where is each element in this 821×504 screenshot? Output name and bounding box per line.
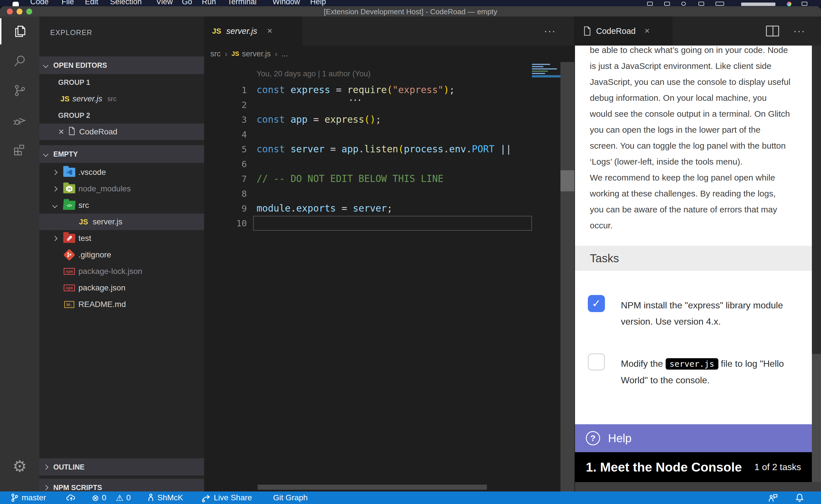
apple-menu-icon[interactable] <box>13 2 19 6</box>
breadcrumb-item[interactable]: server.js <box>242 50 271 58</box>
tree-item-packagejson[interactable]: npmpackage.json <box>39 280 204 296</box>
more-actions-icon[interactable]: ··· <box>793 17 805 46</box>
task-item[interactable]: ✓NPM install the "express" library modul… <box>588 295 783 330</box>
open-editors-group-label: GROUP 1 <box>39 74 204 91</box>
statusbar-live-share[interactable]: Live Share <box>201 491 252 504</box>
breadcrumb-separator: › <box>225 49 228 59</box>
code-editor[interactable]: You, 20 days ago | 1 author (You) 1const… <box>204 62 560 481</box>
step-header[interactable]: 1. Meet the Node Console 1 of 2 tasks <box>575 452 812 482</box>
test-tube-icon <box>66 235 72 241</box>
breadcrumb-item[interactable]: src <box>211 50 221 58</box>
statusbar-0[interactable]: ⚠0 <box>116 491 130 504</box>
code-line[interactable]: 7// -- DO NOT EDIT BELOW THIS LINE <box>204 171 560 186</box>
tree-item-test[interactable]: test <box>39 230 204 247</box>
editor-item-label: CodeRoad <box>79 127 117 136</box>
folder-section-header[interactable]: EMPTY <box>39 145 204 163</box>
task-checkbox[interactable]: ✓ <box>588 295 605 312</box>
section-header-outline[interactable]: OUTLINE <box>39 458 204 476</box>
code-line[interactable]: 8 <box>204 186 560 201</box>
horizontal-scrollbar[interactable] <box>258 485 487 490</box>
minimap[interactable] <box>532 64 560 77</box>
statusbar-label: 0 <box>102 493 106 502</box>
section-label: NPM SCRIPTS <box>53 483 102 492</box>
tree-item-src[interactable]: </>src <box>39 197 204 214</box>
activity-search[interactable] <box>0 46 39 76</box>
tree-item-vscode[interactable]: .vscode <box>39 164 204 181</box>
file-icon-slot <box>62 251 77 259</box>
code-line[interactable]: 2 <box>204 97 560 112</box>
chevron-down-icon <box>52 203 57 208</box>
menu-go[interactable]: Go <box>182 0 192 6</box>
minimap-slider[interactable] <box>532 75 560 77</box>
statusbar-feedback-icon[interactable] <box>768 491 778 504</box>
code-line[interactable]: 10 <box>204 216 560 231</box>
statusbar-cloud-upload[interactable] <box>66 491 76 504</box>
code-line[interactable]: 3const app = express(); <box>204 112 560 127</box>
git-icon <box>63 249 75 261</box>
menu-window[interactable]: Window <box>273 0 300 6</box>
menu-code[interactable]: Code <box>30 0 49 6</box>
task-checkbox[interactable] <box>588 353 605 370</box>
run-debug-icon <box>12 113 27 128</box>
tree-item-node_modules[interactable]: JSnode_modules <box>39 181 204 197</box>
activity-run-debug[interactable] <box>0 105 39 135</box>
chevron-right-icon <box>43 485 48 490</box>
open-editor-item[interactable]: ✕CodeRoad <box>39 124 204 140</box>
breadcrumb[interactable]: src›JSserver.js›... <box>204 46 574 62</box>
menu-edit[interactable]: Edit <box>85 0 98 6</box>
split-editor-icon[interactable] <box>766 26 779 36</box>
chevron-right-icon <box>52 186 57 191</box>
tree-item-label: src <box>78 201 89 210</box>
control-center-icon[interactable] <box>802 2 807 6</box>
open-editors-section-header[interactable]: OPEN EDITORS <box>39 56 204 74</box>
node-modules-folder-icon: JS <box>63 184 75 193</box>
task-item[interactable]: Modify the server.js file to log "Hello … <box>588 353 784 388</box>
close-editor-icon[interactable]: ✕ <box>58 128 64 136</box>
tab-coderoad[interactable]: CodeRoad ✕ <box>575 17 673 46</box>
settings-gear-icon[interactable]: ⚙ <box>0 458 39 474</box>
menu-file[interactable]: File <box>62 0 74 6</box>
help-section[interactable]: ? Help <box>575 424 812 452</box>
code-line[interactable]: 5const server = app.listen(process.env.P… <box>204 142 560 157</box>
tree-item-serverjs[interactable]: JSserver.js <box>39 214 204 230</box>
chevron-right-icon <box>43 464 48 470</box>
statusbar-master[interactable]: master <box>10 491 46 504</box>
close-tab-icon[interactable]: ✕ <box>267 27 273 35</box>
more-actions-icon[interactable]: ··· <box>544 17 556 46</box>
close-tab-icon[interactable]: ✕ <box>644 27 650 35</box>
tab-server-js[interactable]: JS server.js ✕ <box>204 17 302 46</box>
siri-icon[interactable] <box>787 2 791 6</box>
code-line[interactable]: 1const express = require("express"); <box>204 83 560 97</box>
tree-item-READMEmd[interactable]: M↓README.md <box>39 296 204 313</box>
tree-item-gitignore[interactable]: .gitignore <box>39 247 204 263</box>
tree-item-package-lockjson[interactable]: npmpackage-lock.json <box>39 263 204 280</box>
code-line[interactable]: 6 <box>204 157 560 171</box>
webview-scrollbar-track[interactable] <box>812 46 821 354</box>
extensions-icon <box>12 142 27 157</box>
section-header-npm-scripts[interactable]: NPM SCRIPTS <box>39 478 204 491</box>
menu-run[interactable]: Run <box>202 0 216 6</box>
step-title: 1. Meet the Node Console <box>586 460 742 475</box>
menu-terminal[interactable]: Terminal <box>228 0 257 6</box>
title-bar[interactable]: [Extension Development Host] - CodeRoad … <box>0 6 821 17</box>
activity-explorer[interactable] <box>0 17 39 46</box>
code-line[interactable]: 9module.exports = server; <box>204 201 560 216</box>
file-icon-slot <box>62 234 77 243</box>
panel-scrollbar[interactable] <box>560 62 574 491</box>
statusbar-0[interactable]: ⊗0 <box>92 491 106 504</box>
scrollbar-thumb[interactable] <box>560 170 574 191</box>
breadcrumb-item[interactable]: ... <box>281 50 288 58</box>
file-icon-slot <box>62 168 77 177</box>
line-number: 10 <box>204 216 247 231</box>
webview-scrollbar-thumb[interactable] <box>812 354 821 482</box>
activity-source-control[interactable] <box>0 76 39 105</box>
statusbar-git-graph[interactable]: Git Graph <box>273 491 308 504</box>
menu-help[interactable]: Help <box>310 0 326 6</box>
open-editor-item[interactable]: JSserver.jssrc <box>39 91 204 107</box>
menu-selection[interactable]: Selection <box>110 0 142 6</box>
code-line[interactable]: 4 <box>204 127 560 142</box>
menu-view[interactable]: View <box>156 0 173 6</box>
statusbar-bell-icon[interactable] <box>795 491 804 504</box>
activity-extensions[interactable] <box>0 135 39 165</box>
statusbar-shmck[interactable]: ShMcK <box>147 491 183 504</box>
